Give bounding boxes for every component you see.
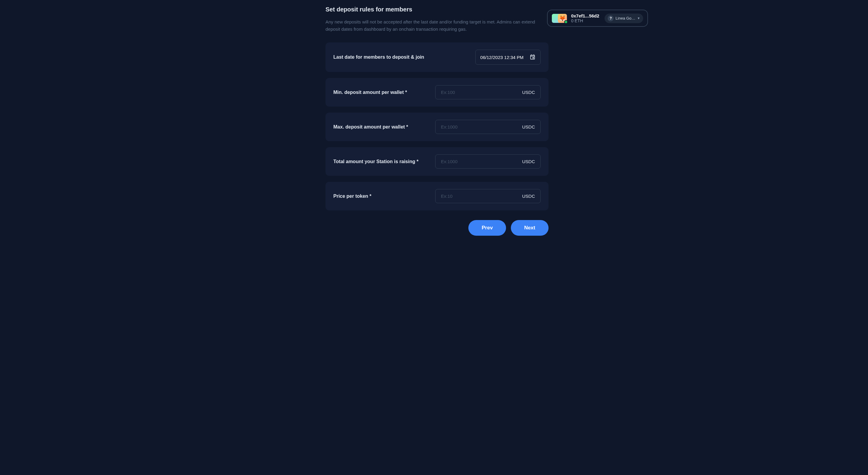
price-per-token-label: Price per token *	[333, 194, 371, 199]
min-deposit-input[interactable]	[441, 90, 522, 95]
button-row: Prev Next	[326, 220, 549, 236]
status-connected-icon	[564, 20, 568, 24]
price-per-token-input[interactable]	[441, 194, 522, 199]
wallet-widget[interactable]: 🦊 0x7ef1...56d2 0 ETH ? Linea Go… ▼	[547, 10, 648, 27]
min-deposit-currency: USDC	[522, 90, 535, 95]
min-deposit-input-wrapper: USDC	[435, 85, 541, 99]
calendar-icon	[530, 54, 535, 60]
form-content: Set deposit rules for members Any new de…	[326, 6, 549, 236]
price-per-token-input-wrapper: USDC	[435, 189, 541, 203]
wallet-info: 0x7ef1...56d2 0 ETH	[571, 13, 599, 23]
last-date-card: Last date for members to deposit & join …	[326, 42, 549, 72]
max-deposit-input-wrapper: USDC	[435, 120, 541, 134]
min-deposit-label: Min. deposit amount per wallet *	[333, 90, 407, 95]
next-button[interactable]: Next	[511, 220, 549, 236]
prev-button[interactable]: Prev	[468, 220, 506, 236]
total-amount-card: Total amount your Station is raising * U…	[326, 147, 549, 176]
page-description: Any new deposits will not be accepted af…	[326, 19, 549, 33]
network-name: Linea Go…	[615, 16, 635, 21]
max-deposit-input[interactable]	[441, 124, 522, 129]
price-per-token-card: Price per token * USDC	[326, 182, 549, 210]
page-title: Set deposit rules for members	[326, 6, 549, 13]
max-deposit-card: Max. deposit amount per wallet * USDC	[326, 112, 549, 141]
total-amount-input[interactable]	[441, 159, 522, 164]
total-amount-currency: USDC	[522, 159, 535, 164]
avatar-fox-icon: 🦊	[558, 14, 567, 23]
question-icon: ?	[608, 15, 614, 21]
total-amount-input-wrapper: USDC	[435, 155, 541, 169]
date-value: 06/12/2023 12:34 PM	[480, 55, 524, 60]
min-deposit-card: Min. deposit amount per wallet * USDC	[326, 78, 549, 107]
total-amount-label: Total amount your Station is raising *	[333, 159, 418, 164]
chevron-down-icon: ▼	[637, 16, 640, 20]
date-input[interactable]: 06/12/2023 12:34 PM	[475, 50, 541, 65]
last-date-label: Last date for members to deposit & join	[333, 55, 424, 60]
wallet-address: 0x7ef1...56d2	[571, 13, 599, 19]
max-deposit-label: Max. deposit amount per wallet *	[333, 124, 408, 130]
price-per-token-currency: USDC	[522, 194, 535, 199]
max-deposit-currency: USDC	[522, 124, 535, 129]
wallet-avatars: 🦊	[552, 14, 567, 23]
network-selector[interactable]: ? Linea Go… ▼	[604, 13, 643, 23]
wallet-balance: 0 ETH	[571, 19, 599, 23]
